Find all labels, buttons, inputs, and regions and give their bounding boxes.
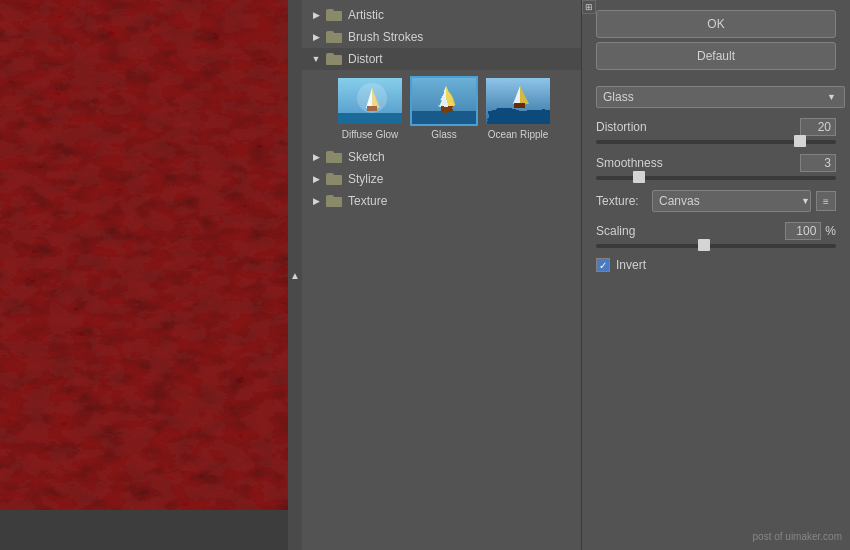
filter-tree: Artistic Brush Strokes Distort xyxy=(302,0,581,216)
distortion-param: Distortion xyxy=(596,118,836,144)
scaling-label: Scaling xyxy=(596,224,635,238)
expand-icon[interactable]: ⊞ xyxy=(582,0,596,14)
svg-point-8 xyxy=(357,83,387,113)
thumb-img-ocean-ripple xyxy=(484,76,552,126)
scaling-unit: % xyxy=(825,224,836,238)
tree-label-brush-strokes: Brush Strokes xyxy=(348,30,423,44)
tree-arrow-texture xyxy=(310,195,322,207)
tree-item-distort[interactable]: Distort xyxy=(302,48,581,70)
ok-button[interactable]: OK xyxy=(596,10,836,38)
collapse-panel-button[interactable] xyxy=(288,0,302,550)
distortion-label: Distortion xyxy=(596,120,647,134)
default-button[interactable]: Default xyxy=(596,42,836,70)
tree-label-distort: Distort xyxy=(348,52,383,66)
tree-item-stylize[interactable]: Stylize xyxy=(302,168,581,190)
svg-rect-0 xyxy=(0,0,300,510)
texture-menu-button[interactable]: ≡ xyxy=(816,191,836,211)
distortion-input[interactable] xyxy=(800,118,836,136)
thumb-ocean-ripple[interactable]: Ocean Ripple xyxy=(484,76,552,140)
tree-item-texture[interactable]: Texture xyxy=(302,190,581,212)
thumb-img-diffuse-glow xyxy=(336,76,404,126)
folder-icon-artistic xyxy=(326,9,342,21)
svg-rect-1 xyxy=(0,0,300,510)
image-preview xyxy=(0,0,300,510)
svg-rect-10 xyxy=(412,111,478,126)
tree-item-brush-strokes[interactable]: Brush Strokes xyxy=(302,26,581,48)
thumb-label-glass: Glass xyxy=(431,129,457,140)
thumb-img-glass xyxy=(410,76,478,126)
svg-rect-13 xyxy=(440,105,452,111)
tree-item-artistic[interactable]: Artistic xyxy=(302,4,581,26)
svg-rect-15 xyxy=(486,108,552,126)
tree-item-sketch[interactable]: Sketch xyxy=(302,146,581,168)
left-panel xyxy=(0,0,300,550)
tree-arrow-sketch xyxy=(310,151,322,163)
smoothness-input[interactable] xyxy=(800,154,836,172)
right-panel: ⊞ OK Default Glass ▼ Distortion Smooth xyxy=(582,0,850,550)
tree-label-stylize: Stylize xyxy=(348,172,383,186)
expand-icon-symbol: ⊞ xyxy=(585,2,593,12)
watermark: post of uimaker.com xyxy=(753,531,842,542)
settings-area: Glass ▼ Distortion Smoothness xyxy=(582,80,850,550)
tree-arrow-distort xyxy=(310,53,322,65)
distortion-slider-thumb[interactable] xyxy=(794,135,806,147)
thumb-label-diffuse-glow: Diffuse Glow xyxy=(342,129,399,140)
svg-rect-2 xyxy=(0,0,300,510)
thumbnails-container: Diffuse Glow xyxy=(302,70,581,146)
smoothness-slider-thumb[interactable] xyxy=(633,171,645,183)
invert-checkbox[interactable] xyxy=(596,258,610,272)
tree-label-artistic: Artistic xyxy=(348,8,384,22)
scaling-param: Scaling % xyxy=(596,222,836,248)
filter-dropdown[interactable]: Glass xyxy=(596,86,845,108)
svg-rect-4 xyxy=(338,113,404,126)
tree-label-texture: Texture xyxy=(348,194,387,208)
tree-arrow-stylize xyxy=(310,173,322,185)
tree-label-sketch: Sketch xyxy=(348,150,385,164)
scaling-input[interactable] xyxy=(785,222,821,240)
tree-arrow-brush-strokes xyxy=(310,31,322,43)
folder-icon-sketch xyxy=(326,151,342,163)
invert-row: Invert xyxy=(596,258,836,272)
scaling-slider-track[interactable] xyxy=(596,244,836,248)
folder-icon-brush-strokes xyxy=(326,31,342,43)
texture-label: Texture: xyxy=(596,194,646,208)
thumb-glass[interactable]: Glass xyxy=(410,76,478,140)
folder-icon-stylize xyxy=(326,173,342,185)
smoothness-slider-track[interactable] xyxy=(596,176,836,180)
distortion-slider-track[interactable] xyxy=(596,140,836,144)
folder-icon-texture xyxy=(326,195,342,207)
smoothness-label: Smoothness xyxy=(596,156,663,170)
filter-tree-panel: Artistic Brush Strokes Distort xyxy=(302,0,582,550)
tree-arrow-artistic xyxy=(310,9,322,21)
scaling-slider-thumb[interactable] xyxy=(698,239,710,251)
smoothness-param: Smoothness xyxy=(596,154,836,180)
filter-dropdown-row: Glass ▼ xyxy=(596,86,836,108)
texture-dropdown[interactable]: Canvas xyxy=(652,190,811,212)
thumb-label-ocean-ripple: Ocean Ripple xyxy=(488,129,549,140)
texture-row: Texture: Canvas ▼ ≡ xyxy=(596,190,836,212)
svg-rect-18 xyxy=(514,103,525,108)
folder-icon-distort xyxy=(326,53,342,65)
thumb-diffuse-glow[interactable]: Diffuse Glow xyxy=(336,76,404,140)
invert-label: Invert xyxy=(616,258,646,272)
